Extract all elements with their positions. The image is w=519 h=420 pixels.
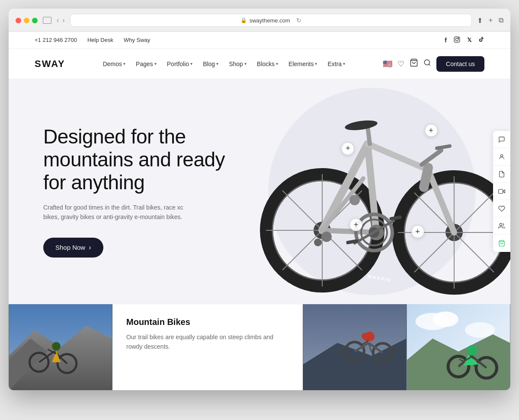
traffic-lights: [16, 18, 38, 23]
hotspot-2[interactable]: +: [425, 124, 438, 137]
twitter-icon[interactable]: 𝕏: [467, 37, 471, 43]
svg-point-62: [52, 342, 61, 351]
cart-icon[interactable]: [410, 58, 418, 69]
browser-chrome: ‹ › 🔒 swaytheme.com ↻ ⬆ + ⧉: [9, 9, 510, 32]
svg-rect-44: [346, 239, 359, 245]
svg-point-77: [465, 322, 495, 338]
nav-elements[interactable]: Elements ▾: [284, 58, 321, 70]
forward-button[interactable]: ›: [62, 16, 64, 24]
lock-icon: 🔒: [240, 17, 247, 23]
nav-actions: 🇺🇸 ♡ Contact us: [383, 56, 484, 72]
language-flag[interactable]: 🇺🇸: [383, 59, 392, 69]
sidebar-toggle[interactable]: [43, 17, 51, 24]
nav-demos[interactable]: Demos ▾: [99, 58, 130, 70]
nav-portfolio[interactable]: Portfolio ▾: [163, 58, 197, 70]
chevron-down-icon: ▾: [154, 61, 157, 66]
website-content: +1 212 946 2700 Help Desk Why Sway f 𝕏 S…: [9, 32, 510, 390]
search-icon[interactable]: [423, 59, 431, 69]
svg-point-49: [500, 154, 503, 156]
address-bar[interactable]: 🔒 swaytheme.com ↻: [70, 14, 472, 27]
windows-button[interactable]: ⧉: [499, 16, 503, 24]
svg-line-24: [454, 193, 494, 232]
chevron-down-icon: ▾: [315, 61, 317, 66]
svg-line-26: [454, 232, 494, 272]
hotspot-1[interactable]: +: [341, 142, 354, 155]
browser-window: ‹ › 🔒 swaytheme.com ↻ ⬆ + ⧉ +1 212 946 2…: [9, 9, 510, 390]
top-bar: +1 212 946 2700 Help Desk Why Sway f 𝕏: [9, 32, 510, 49]
svg-point-48: [314, 239, 322, 246]
instagram-icon[interactable]: [454, 36, 460, 44]
why-sway-link[interactable]: Why Sway: [124, 37, 150, 43]
svg-line-14: [282, 230, 322, 270]
share-button[interactable]: ⬆: [477, 16, 483, 25]
chevron-down-icon: ▾: [276, 61, 278, 66]
toolbar-users[interactable]: [493, 217, 510, 235]
facebook-icon[interactable]: f: [445, 36, 447, 44]
svg-rect-51: [499, 189, 503, 193]
nav-blocks[interactable]: Blocks ▾: [253, 58, 282, 70]
site-logo[interactable]: SWAY: [35, 58, 65, 70]
svg-text:MAXXIS: MAXXIS: [368, 274, 391, 283]
nav-blog[interactable]: Blog ▾: [199, 58, 223, 70]
nav-extra[interactable]: Extra ▾: [323, 58, 349, 70]
svg-line-34: [422, 150, 441, 165]
card-mountain-desc: Our trail bikes are equally capable on s…: [126, 332, 289, 352]
card-text-mountain: Mountain Bikes Our trail bikes are equal…: [112, 304, 303, 390]
svg-point-1: [455, 38, 458, 41]
toolbar-profile[interactable]: [493, 148, 510, 165]
svg-point-52: [500, 223, 502, 226]
toolbar-chat[interactable]: [493, 131, 510, 148]
right-toolbar: [493, 131, 510, 252]
svg-line-36: [368, 127, 370, 144]
chevron-down-icon: ▾: [244, 61, 247, 66]
svg-point-84: [467, 345, 477, 356]
chevron-down-icon: ▾: [343, 61, 345, 66]
svg-line-25: [414, 232, 454, 272]
svg-line-12: [282, 191, 322, 230]
arrow-icon: ›: [89, 244, 91, 251]
social-icons: f 𝕏: [445, 36, 484, 44]
contact-button[interactable]: Contact us: [436, 56, 484, 72]
chevron-down-icon: ▾: [216, 61, 218, 66]
nav-pages[interactable]: Pages ▾: [131, 58, 161, 70]
svg-line-35: [437, 146, 450, 148]
toolbar-cart[interactable]: [493, 235, 510, 252]
tiktok-icon[interactable]: [478, 36, 484, 44]
svg-point-4: [424, 60, 429, 65]
toolbar-video[interactable]: [493, 183, 510, 200]
minimize-button[interactable]: [24, 18, 29, 23]
back-button[interactable]: ‹: [57, 16, 59, 24]
hero-bike-image: MAXXIS + + + +: [242, 79, 510, 304]
help-desk-link[interactable]: Help Desk: [87, 37, 113, 43]
nav-menu: Demos ▾ Pages ▾ Portfolio ▾ Blog ▾ Shop: [99, 58, 349, 70]
svg-line-30: [322, 230, 376, 232]
hotspot-4[interactable]: +: [411, 225, 424, 238]
chevron-down-icon: ▾: [123, 61, 125, 66]
bottom-cards: Mountain Bikes Our trail bikes are equal…: [9, 304, 510, 390]
toolbar-document[interactable]: [493, 165, 510, 183]
shop-now-button[interactable]: Shop Now ›: [43, 238, 103, 258]
svg-line-29: [368, 144, 428, 170]
url-text: swaytheme.com: [250, 17, 290, 24]
chevron-down-icon: ▾: [190, 61, 192, 66]
phone-number: +1 212 946 2700: [35, 37, 77, 43]
card-image-mtb: [407, 304, 510, 390]
main-navigation: SWAY Demos ▾ Pages ▾ Portfolio ▾ Blog ▾: [9, 49, 510, 79]
new-tab-button[interactable]: +: [489, 16, 493, 24]
maximize-button[interactable]: [32, 18, 38, 23]
hero-title: Designed for the mountains and ready for…: [43, 125, 234, 194]
toolbar-wishlist[interactable]: [493, 200, 510, 217]
nav-shop[interactable]: Shop ▾: [224, 58, 251, 70]
wishlist-icon[interactable]: ♡: [397, 59, 404, 69]
svg-point-2: [458, 38, 458, 38]
svg-point-76: [432, 312, 458, 327]
svg-marker-50: [503, 190, 505, 193]
card-image-race: [303, 304, 407, 390]
close-button[interactable]: [16, 18, 21, 23]
svg-point-39: [349, 195, 360, 205]
svg-rect-0: [454, 37, 460, 42]
svg-line-33: [424, 168, 428, 187]
reload-button[interactable]: ↻: [296, 17, 301, 24]
hero-section: Designed for the mountains and ready for…: [9, 79, 510, 304]
card-mountain-title: Mountain Bikes: [126, 317, 289, 327]
